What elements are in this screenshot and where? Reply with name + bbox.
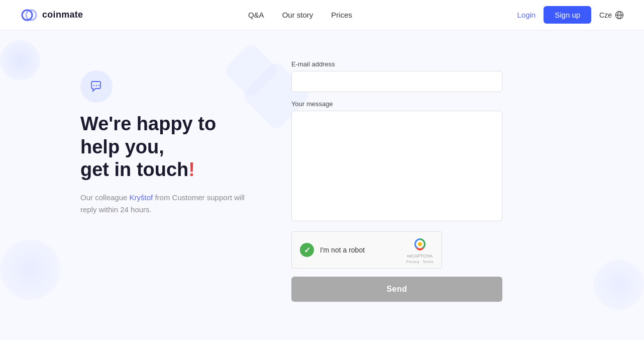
recaptcha-privacy: Privacy · Terms [406,260,434,264]
subtext: Our colleague Kryštof from Customer supp… [80,192,251,216]
nav-link-qa[interactable]: Q&A [248,11,264,19]
navbar: coinmate Q&A Our story Prices Login Sign… [0,0,644,30]
recaptcha-left: ✓ I'm not a robot [300,243,365,257]
logo[interactable]: coinmate [20,6,83,24]
language-label: Cze [599,11,612,19]
headline-line3-normal: get in touch [80,159,188,180]
login-button[interactable]: Login [517,11,536,19]
signup-button[interactable]: Sign up [544,6,591,24]
svg-point-6 [93,85,94,86]
svg-point-7 [96,85,97,86]
subtext-name: Kryštof [130,193,153,202]
chat-icon [88,78,104,95]
headline-punctuation: ! [188,159,195,180]
email-form-group: E-mail address [291,60,502,92]
recaptcha-brand: reCAPTCHA [407,253,433,259]
contact-form: E-mail address Your message ✓ I'm not a … [291,60,502,302]
headline-line3: get in touch! [80,159,195,180]
language-selector[interactable]: Cze [599,11,624,20]
nav-link-our-story[interactable]: Our story [282,11,313,19]
send-button[interactable]: Send [291,277,502,302]
email-label: E-mail address [291,60,502,68]
svg-point-8 [98,85,99,86]
message-textarea[interactable] [291,111,502,221]
message-form-group: Your message [291,100,502,223]
recaptcha-widget[interactable]: ✓ I'm not a robot reCAPTCHA Privacy · Te… [291,231,442,269]
message-label: Your message [291,100,502,108]
chat-icon-wrapper [80,70,113,103]
svg-point-9 [418,242,422,246]
left-section: We're happy to help you, get in touch! O… [80,60,251,216]
nav-links: Q&A Our story Prices [248,11,352,19]
main-content: We're happy to help you, get in touch! O… [0,30,644,322]
recaptcha-right: reCAPTCHA Privacy · Terms [406,236,434,264]
subtext-prefix: Our colleague [80,193,130,202]
headline-line2: help you, [80,136,164,157]
recaptcha-logo-icon [412,236,428,252]
headline: We're happy to help you, get in touch! [80,113,251,182]
recaptcha-checkmark: ✓ [300,243,314,257]
nav-link-prices[interactable]: Prices [331,11,352,19]
nav-actions: Login Sign up Cze [517,6,624,24]
logo-text: coinmate [42,10,83,20]
recaptcha-text: I'm not a robot [320,246,365,254]
email-input[interactable] [291,71,502,92]
globe-icon [615,11,624,20]
headline-line1: We're happy to [80,113,216,134]
